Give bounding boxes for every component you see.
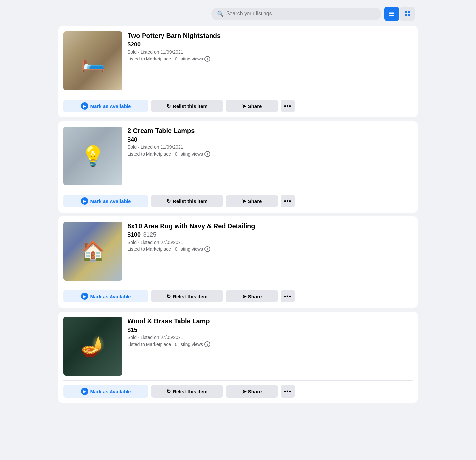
share-label: Share	[248, 294, 262, 299]
relist-label: Relist this item	[173, 389, 208, 394]
listing-info: 8x10 Area Rug with Navy & Red Detailing …	[128, 222, 413, 281]
svg-rect-5	[405, 14, 407, 16]
listing-price-original: $125	[143, 231, 156, 238]
divider	[63, 190, 413, 190]
svg-rect-1	[389, 13, 394, 14]
listing-card: 8x10 Area Rug with Navy & Red Detailing …	[58, 216, 418, 308]
info-icon[interactable]: i	[204, 246, 210, 252]
more-button[interactable]: •••	[280, 385, 295, 398]
listing-price-current: $200	[128, 41, 141, 48]
more-button[interactable]: •••	[280, 290, 295, 302]
svg-rect-0	[389, 12, 394, 13]
divider	[63, 285, 413, 285]
listing-price-current: $100	[128, 231, 141, 238]
listing-marketplace: Listed to Marketplace · 0 listing views …	[128, 341, 413, 347]
listing-info: 2 Cream Table Lamps $40 Sold · Listed on…	[128, 127, 413, 185]
listing-top: 8x10 Area Rug with Navy & Red Detailing …	[63, 222, 413, 281]
relist-button[interactable]: ↻ Relist this item	[151, 290, 223, 302]
share-label: Share	[248, 198, 262, 204]
info-icon[interactable]: i	[204, 56, 210, 62]
relist-label: Relist this item	[173, 294, 208, 299]
relist-icon: ↻	[166, 198, 171, 204]
listing-top: Two Pottery Barn Nightstands $200 Sold ·…	[63, 31, 413, 90]
share-icon: ➤	[242, 198, 246, 204]
more-button[interactable]: •••	[280, 195, 295, 207]
listings-container: Two Pottery Barn Nightstands $200 Sold ·…	[58, 26, 418, 409]
relist-button[interactable]: ↻ Relist this item	[151, 100, 223, 112]
grid-view-button[interactable]	[400, 7, 415, 21]
more-icon: •••	[284, 388, 291, 395]
listing-status: Sold · Listed on 11/09/2021	[128, 49, 413, 55]
listing-status: Sold · Listed on 07/05/2021	[128, 240, 413, 245]
share-button[interactable]: ➤ Share	[226, 100, 278, 112]
listing-title: Wood & Brass Table Lamp	[128, 317, 413, 325]
listing-image	[63, 127, 122, 185]
mark-available-label: Mark as Available	[90, 294, 131, 299]
listing-info: Wood & Brass Table Lamp $15 Sold · Liste…	[128, 317, 413, 376]
header-right: 🔍	[211, 7, 415, 21]
view-toggle	[384, 7, 415, 21]
share-label: Share	[248, 103, 262, 109]
share-icon: ➤	[242, 388, 246, 395]
listing-title: 8x10 Area Rug with Navy & Red Detailing	[128, 222, 413, 230]
listing-actions: ▶ Mark as Available ↻ Relist this item ➤…	[63, 385, 413, 398]
svg-rect-6	[408, 14, 410, 16]
mark-available-label: Mark as Available	[90, 198, 131, 204]
page-header: 🔍	[58, 0, 418, 26]
relist-label: Relist this item	[173, 198, 208, 204]
listing-top: 2 Cream Table Lamps $40 Sold · Listed on…	[63, 127, 413, 185]
listing-title: 2 Cream Table Lamps	[128, 127, 413, 135]
mark-available-button[interactable]: ▶ Mark as Available	[63, 195, 148, 207]
search-input[interactable]	[226, 11, 375, 17]
info-icon[interactable]: i	[204, 341, 210, 347]
listing-image	[63, 31, 122, 90]
info-icon[interactable]: i	[204, 151, 210, 157]
search-icon: 🔍	[217, 11, 224, 17]
relist-icon: ↻	[166, 103, 171, 109]
more-button[interactable]: •••	[280, 100, 295, 112]
listing-status: Sold · Listed on 11/09/2021	[128, 145, 413, 150]
listing-info: Two Pottery Barn Nightstands $200 Sold ·…	[128, 31, 413, 90]
svg-rect-2	[389, 15, 394, 16]
play-icon: ▶	[81, 388, 88, 395]
listing-marketplace: Listed to Marketplace · 0 listing views …	[128, 246, 413, 252]
mark-available-button[interactable]: ▶ Mark as Available	[63, 385, 148, 398]
listing-status: Sold · Listed on 07/05/2021	[128, 335, 413, 340]
share-button[interactable]: ➤ Share	[226, 385, 278, 398]
mark-available-label: Mark as Available	[90, 389, 131, 394]
listing-marketplace: Listed to Marketplace · 0 listing views …	[128, 56, 413, 62]
more-icon: •••	[284, 293, 291, 300]
listing-top: Wood & Brass Table Lamp $15 Sold · Liste…	[63, 317, 413, 376]
listing-actions: ▶ Mark as Available ↻ Relist this item ➤…	[63, 100, 413, 112]
listing-price: $200	[128, 41, 413, 48]
play-icon: ▶	[81, 197, 88, 205]
search-bar: 🔍	[211, 8, 381, 20]
mark-available-label: Mark as Available	[90, 103, 131, 109]
mark-available-button[interactable]: ▶ Mark as Available	[63, 290, 148, 302]
relist-button[interactable]: ↻ Relist this item	[151, 195, 223, 207]
listing-price-current: $15	[128, 327, 137, 333]
more-icon: •••	[284, 198, 291, 205]
relist-button[interactable]: ↻ Relist this item	[151, 385, 223, 398]
listing-actions: ▶ Mark as Available ↻ Relist this item ➤…	[63, 195, 413, 207]
play-icon: ▶	[81, 102, 88, 110]
listing-price: $40	[128, 136, 413, 143]
mark-available-button[interactable]: ▶ Mark as Available	[63, 100, 148, 112]
share-label: Share	[248, 389, 262, 394]
listing-image	[63, 222, 122, 281]
listing-actions: ▶ Mark as Available ↻ Relist this item ➤…	[63, 290, 413, 302]
listing-card: Wood & Brass Table Lamp $15 Sold · Liste…	[58, 312, 418, 403]
share-button[interactable]: ➤ Share	[226, 290, 278, 302]
share-icon: ➤	[242, 293, 246, 299]
listing-image	[63, 317, 122, 376]
listing-card: Two Pottery Barn Nightstands $200 Sold ·…	[58, 26, 418, 117]
svg-rect-3	[405, 11, 407, 13]
svg-rect-4	[408, 11, 410, 13]
listing-title: Two Pottery Barn Nightstands	[128, 31, 413, 40]
share-icon: ➤	[242, 103, 246, 109]
listing-marketplace: Listed to Marketplace · 0 listing views …	[128, 151, 413, 157]
divider	[63, 95, 413, 95]
share-button[interactable]: ➤ Share	[226, 195, 278, 207]
list-view-button[interactable]	[384, 7, 399, 21]
listing-price: $15	[128, 327, 413, 333]
